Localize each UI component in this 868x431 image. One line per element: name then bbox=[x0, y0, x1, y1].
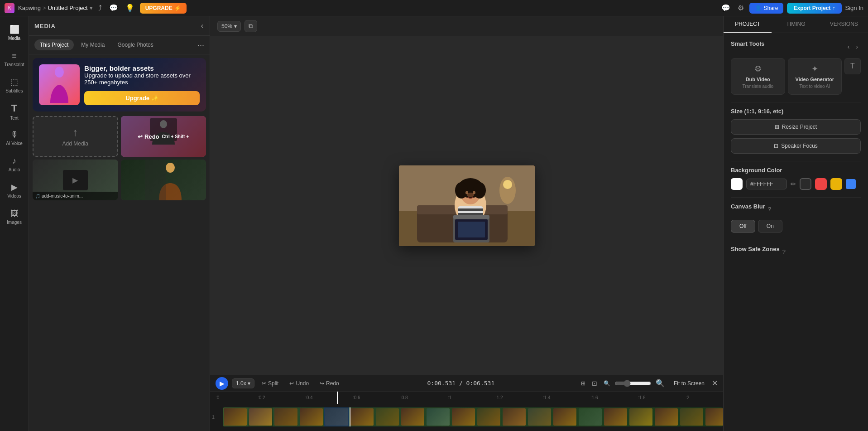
ruler-mark-10: :2 bbox=[686, 392, 689, 404]
speaker-focus-icon: ⊡ bbox=[774, 143, 778, 149]
dub-video-title: Dub Video bbox=[746, 77, 770, 82]
more-options-button[interactable]: ··· bbox=[197, 40, 204, 50]
lightbulb-icon[interactable]: 💡 bbox=[124, 2, 136, 14]
main-layout: ⬜ Media ≡ Transcript ⬚ Subtitles T Text … bbox=[0, 16, 868, 431]
tool-extra-button[interactable]: T bbox=[844, 58, 861, 74]
split-button[interactable]: ✂ Split bbox=[258, 378, 282, 388]
blur-row: Off On bbox=[731, 220, 861, 232]
share-button[interactable]: 👤Share bbox=[749, 3, 783, 14]
zoom-out-icon[interactable]: 🔍 bbox=[602, 378, 612, 388]
zoom-in-icon[interactable]: ⊞ bbox=[579, 378, 587, 388]
video-generator-subtitle: Text to video AI bbox=[799, 84, 830, 89]
speed-select[interactable]: 1.0x ▾ bbox=[232, 378, 254, 388]
sidebar-item-videos[interactable]: ▶ Videos bbox=[2, 178, 27, 203]
color-swatch-white[interactable] bbox=[731, 178, 743, 190]
zoom-select[interactable]: 50% ▾ bbox=[217, 21, 241, 32]
dub-video-subtitle: Translate audio bbox=[742, 84, 773, 89]
canvas-toolbar: 50% ▾ ⧉ bbox=[210, 16, 723, 36]
canvas-blur-help-icon[interactable]: ? bbox=[768, 206, 771, 213]
undo-button[interactable]: ↩ Undo bbox=[286, 378, 312, 388]
svg-point-10 bbox=[503, 180, 512, 189]
breadcrumb: Kapwing > Untitled Project ▾ bbox=[18, 5, 93, 11]
tab-this-project[interactable]: This Project bbox=[34, 39, 74, 50]
zoom-fit-icon[interactable]: ⊡ bbox=[590, 378, 599, 389]
sidebar-item-transcript[interactable]: ≡ Transcript bbox=[2, 46, 27, 72]
divider-3 bbox=[731, 197, 861, 198]
tab-timing[interactable]: TIMING bbox=[772, 16, 820, 33]
export-button[interactable]: Export Project ↑ bbox=[787, 3, 841, 14]
tool-video-generator[interactable]: ✦ Video Generator Text to video AI bbox=[788, 58, 842, 95]
color-swatch-black[interactable] bbox=[800, 178, 811, 190]
media-item-3[interactable] bbox=[121, 160, 206, 200]
color-row: ✏ bbox=[731, 178, 861, 190]
media-content: Bigger, bolder assets Upgrade to upload … bbox=[29, 54, 210, 431]
size-title: Size (1:1, 9:16, etc) bbox=[731, 108, 783, 115]
zoom-search-icon[interactable]: 🔍 bbox=[654, 377, 667, 389]
media-panel-title: MEDIA bbox=[34, 23, 56, 29]
video-preview-inner bbox=[399, 165, 535, 246]
smart-tools-prev-button[interactable]: ‹ bbox=[845, 42, 853, 51]
sidebar-item-audio[interactable]: ♪ Audio bbox=[2, 151, 27, 177]
add-media-button[interactable]: ↑ Add Media bbox=[33, 116, 118, 157]
playhead bbox=[337, 392, 338, 404]
speaker-focus-button[interactable]: ⊡ Speaker Focus bbox=[731, 138, 861, 154]
resize-label: Resize Project bbox=[782, 124, 817, 130]
ruler-mark-4: :0.8 bbox=[400, 392, 408, 404]
fit-to-screen-button[interactable]: Fit to Screen bbox=[670, 378, 708, 388]
time-display: 0:00.531 / 0:06.531 bbox=[427, 380, 495, 387]
timeline-close-button[interactable]: ✕ bbox=[712, 379, 718, 387]
tab-my-media[interactable]: My Media bbox=[76, 39, 110, 50]
bg-color-title: Background Color bbox=[731, 167, 782, 174]
smart-tools-nav: ‹ › bbox=[845, 42, 861, 51]
duplicate-button[interactable]: ⧉ bbox=[245, 20, 257, 32]
ruler-mark-7: :1.4 bbox=[543, 392, 551, 404]
chevron-down-icon[interactable]: ▾ bbox=[90, 5, 93, 11]
tab-project[interactable]: PROJECT bbox=[724, 16, 772, 33]
sidebar-item-label: AI Voice bbox=[6, 141, 23, 146]
blur-off-button[interactable]: Off bbox=[731, 220, 755, 232]
zoom-slider[interactable] bbox=[615, 380, 651, 387]
tab-google-photos[interactable]: Google Photos bbox=[112, 39, 158, 50]
safe-zones-help-icon[interactable]: ? bbox=[782, 248, 786, 255]
media-item-filename: add-music-to-anim... bbox=[42, 194, 83, 199]
media-item-1[interactable]: ↩ Redo Ctrl + Shift + bbox=[121, 116, 206, 157]
upgrade-button[interactable]: UPGRADE ⚡ bbox=[140, 3, 187, 14]
upgrade-banner-image bbox=[39, 64, 80, 105]
upgrade-banner-title: Bigger, bolder assets bbox=[84, 64, 200, 72]
share-link-button[interactable]: ⤴ bbox=[96, 2, 104, 14]
track-clip[interactable] bbox=[223, 407, 723, 426]
sidebar-item-images[interactable]: 🖼 Images bbox=[2, 204, 27, 229]
media-item-2[interactable]: ▶ 🎵 add-music-to-anim... bbox=[33, 160, 118, 200]
media-panel-close-button[interactable]: ‹ bbox=[200, 21, 204, 31]
signin-button[interactable]: Sign In bbox=[845, 5, 863, 11]
tab-versions[interactable]: VERSIONS bbox=[820, 16, 868, 33]
color-swatch-blue[interactable] bbox=[846, 179, 856, 189]
color-hex-input[interactable] bbox=[746, 179, 787, 189]
svg-point-22 bbox=[467, 193, 474, 197]
svg-point-0 bbox=[55, 67, 64, 77]
sidebar-item-text[interactable]: T Text bbox=[2, 99, 27, 124]
sidebar-item-ai-voice[interactable]: 🎙 AI Voice bbox=[2, 125, 27, 150]
track-row-1: 1 bbox=[210, 404, 723, 429]
play-button[interactable]: ▶ bbox=[216, 377, 228, 390]
color-swatch-yellow[interactable] bbox=[830, 178, 842, 190]
text-icon: T bbox=[11, 102, 17, 114]
sidebar-item-subtitles[interactable]: ⬚ Subtitles bbox=[2, 73, 27, 98]
blur-on-button[interactable]: On bbox=[758, 220, 782, 232]
canvas-viewport[interactable] bbox=[210, 36, 723, 375]
sidebar-item-media[interactable]: ⬜ Media bbox=[2, 20, 27, 45]
redo-button[interactable]: ↪ Redo bbox=[316, 378, 343, 388]
ruler-mark-2: :0.4 bbox=[305, 392, 313, 404]
color-swatch-red[interactable] bbox=[815, 178, 827, 190]
tool-dub-video[interactable]: ⚙ Dub Video Translate audio bbox=[731, 58, 785, 95]
feedback-button[interactable]: 💬 bbox=[107, 2, 120, 14]
upgrade-banner-cta[interactable]: Upgrade ✨ bbox=[84, 91, 200, 105]
comment-icon[interactable]: 💬 bbox=[719, 2, 732, 14]
media-icon: ⬜ bbox=[10, 24, 19, 34]
color-edit-button[interactable]: ✏ bbox=[791, 180, 796, 188]
settings-icon[interactable]: ⚙ bbox=[736, 2, 746, 14]
resize-project-button[interactable]: ⊞ Resize Project bbox=[731, 119, 861, 135]
smart-tools-next-button[interactable]: › bbox=[853, 42, 861, 51]
undo-icon: ↩ bbox=[289, 380, 294, 387]
sidebar-item-label: Subtitles bbox=[5, 88, 23, 93]
